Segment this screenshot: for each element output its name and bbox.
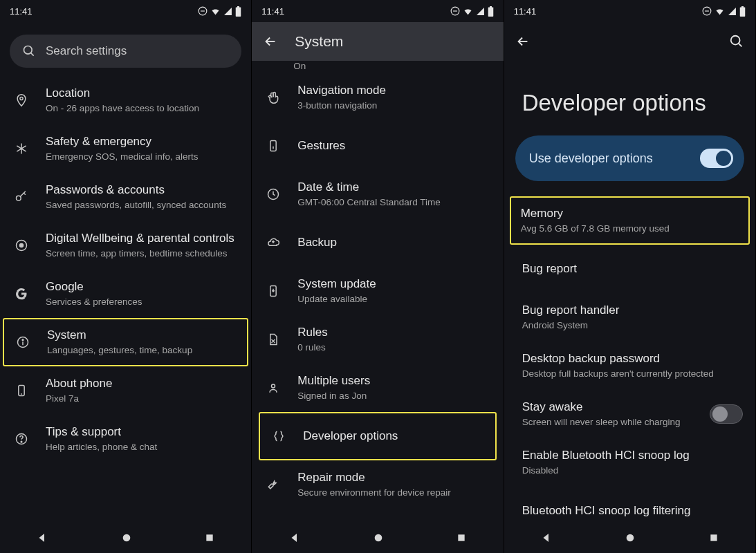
status-time: 11:41: [514, 6, 537, 17]
back-icon[interactable]: [515, 34, 531, 49]
svg-rect-1: [201, 10, 205, 11]
svg-rect-36: [710, 534, 717, 541]
item-title: Tips & support: [46, 425, 239, 439]
item-subtitle: 3-button navigation: [297, 100, 490, 112]
app-bar: [504, 22, 755, 61]
list-item[interactable]: Repair modeSecure environment for device…: [252, 460, 503, 509]
item-title: System update: [297, 277, 490, 291]
item-subtitle: Avg 5.6 GB of 7.8 GB memory used: [521, 223, 736, 235]
item-title: Passwords & accounts: [46, 183, 239, 197]
search-settings[interactable]: Search settings: [10, 35, 241, 68]
svg-rect-3: [237, 6, 239, 8]
list-item[interactable]: Desktop backup passwordDesktop full back…: [504, 341, 755, 390]
list-item[interactable]: Bluetooth HCI snoop log filtering: [504, 487, 755, 523]
key-icon: [12, 190, 30, 204]
appbar-title: System: [295, 33, 343, 50]
item-subtitle: Help articles, phone & chat: [46, 441, 239, 453]
screen-developer-options: 11:41 Developer options Use developer op…: [504, 0, 756, 553]
item-subtitle: On - 26 apps have access to location: [46, 102, 239, 115]
list-item[interactable]: Tips & supportHelp articles, phone & cha…: [0, 415, 251, 463]
list-item[interactable]: Navigation mode3-button navigation: [252, 73, 503, 122]
item-subtitle: Pixel 7a: [46, 393, 239, 405]
svg-point-33: [731, 36, 740, 45]
list-item[interactable]: GoogleServices & preferences: [0, 270, 251, 318]
screen-system: 11:41 System On Navigation mode3-button …: [252, 0, 504, 553]
list-item[interactable]: Bug report handlerAndroid System: [504, 293, 755, 341]
svg-rect-2: [236, 7, 241, 17]
svg-point-17: [122, 534, 130, 542]
nav-home-icon[interactable]: [121, 532, 132, 543]
item-title: Backup: [297, 236, 490, 250]
list-item[interactable]: Backup: [252, 218, 503, 267]
dnd-icon: [198, 6, 208, 16]
item-subtitle: Screen will never sleep while charging: [522, 416, 689, 429]
list-item[interactable]: MemoryAvg 5.6 GB of 7.8 GB memory used: [510, 196, 750, 245]
nav-back-icon[interactable]: [540, 532, 553, 544]
list-item[interactable]: Rules0 rules: [252, 315, 503, 364]
item-subtitle: GMT-06:00 Central Standard Time: [297, 196, 490, 209]
nav-back-icon[interactable]: [36, 532, 48, 544]
toggle-label: Use developer options: [529, 151, 653, 166]
item-subtitle: Desktop full backups aren't currently pr…: [522, 368, 743, 380]
status-bar: 11:41: [0, 0, 251, 22]
nav-home-icon[interactable]: [373, 532, 384, 543]
svg-rect-20: [453, 10, 457, 11]
app-bar: System: [252, 22, 503, 61]
list-item[interactable]: Developer options: [259, 412, 496, 460]
nav-home-icon[interactable]: [625, 532, 636, 543]
hand-icon: [264, 91, 282, 104]
list-item[interactable]: System updateUpdate available: [252, 267, 503, 315]
nav-recent-icon[interactable]: [456, 532, 467, 543]
list-item[interactable]: Multiple usersSigned in as Jon: [252, 364, 503, 412]
update-icon: [264, 284, 282, 298]
location-icon: [12, 93, 30, 107]
toggle-switch[interactable]: [710, 404, 743, 424]
list-item[interactable]: Bug report: [504, 245, 755, 293]
list-item[interactable]: Reset options: [252, 509, 503, 523]
clock-icon: [264, 187, 282, 201]
nav-bar: [0, 523, 251, 553]
item-subtitle: Saved passwords, autofill, synced accoun…: [46, 199, 239, 212]
search-placeholder: Search settings: [46, 44, 127, 58]
list-item[interactable]: Enable Bluetooth HCI snoop logDisabled: [504, 438, 755, 487]
svg-rect-30: [705, 10, 709, 11]
item-title: Developer options: [303, 429, 482, 443]
list-item[interactable]: SystemLanguages, gestures, time, backup: [3, 318, 248, 366]
screen-settings: 11:41 Search settings LocationOn - 26 ap…: [0, 0, 252, 553]
svg-point-27: [375, 534, 382, 542]
list-item[interactable]: Digital Wellbeing & parental controlsScr…: [0, 221, 251, 270]
users-icon: [264, 381, 282, 395]
nav-recent-icon[interactable]: [708, 532, 719, 543]
signal-icon: [476, 7, 485, 16]
status-time: 11:41: [261, 6, 284, 17]
item-subtitle: Signed in as Jon: [297, 390, 490, 402]
item-title: Bluetooth HCI snoop log filtering: [522, 504, 743, 518]
search-icon[interactable]: [729, 34, 744, 49]
cloud-icon: [264, 236, 282, 250]
item-title: Enable Bluetooth HCI snoop log: [522, 449, 743, 462]
svg-line-5: [31, 53, 34, 56]
back-icon[interactable]: [263, 34, 278, 49]
item-title: Stay awake: [522, 400, 689, 414]
item-title: Bug report: [522, 262, 743, 276]
list-item[interactable]: LocationOn - 26 apps have access to loca…: [0, 76, 251, 124]
list-item[interactable]: Date & timeGMT-06:00 Central Standard Ti…: [252, 170, 503, 218]
repair-icon: [264, 478, 282, 491]
nav-back-icon[interactable]: [288, 532, 301, 544]
main-toggle-switch[interactable]: [700, 149, 733, 168]
battery-icon: [488, 6, 494, 17]
list-item[interactable]: Safety & emergencyEmergency SOS, medical…: [0, 124, 251, 173]
list-item[interactable]: Gestures: [252, 122, 503, 170]
list-item[interactable]: About phonePixel 7a: [0, 366, 251, 415]
main-toggle-card[interactable]: Use developer options: [515, 135, 744, 181]
wellbeing-icon: [12, 238, 30, 252]
info-icon: [14, 335, 32, 349]
svg-rect-18: [206, 534, 212, 541]
svg-rect-23: [270, 141, 276, 151]
svg-point-35: [627, 534, 634, 542]
item-subtitle: Update available: [297, 293, 490, 306]
list-item[interactable]: Passwords & accountsSaved passwords, aut…: [0, 173, 251, 221]
item-title: Location: [46, 86, 239, 100]
list-item[interactable]: Stay awakeScreen will never sleep while …: [504, 390, 755, 438]
nav-recent-icon[interactable]: [204, 532, 215, 543]
